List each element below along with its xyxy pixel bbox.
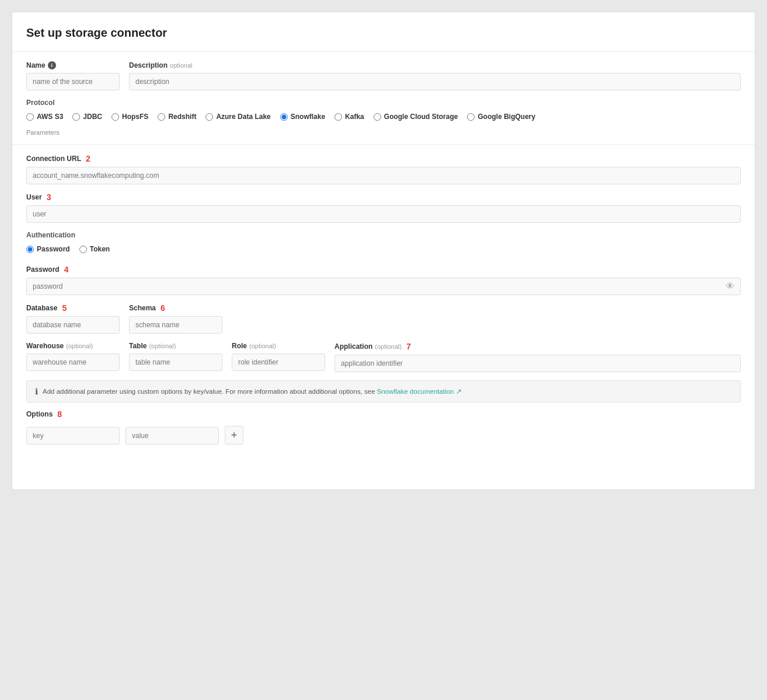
protocol-redshift-radio[interactable] (158, 113, 165, 121)
divider (12, 51, 755, 52)
protocol-aws-s3-radio[interactable] (26, 113, 34, 121)
name-input[interactable] (26, 73, 120, 90)
warehouse-input[interactable] (26, 354, 120, 371)
password-input[interactable] (26, 278, 741, 295)
description-label: Description optional (129, 61, 741, 69)
schema-input[interactable] (129, 316, 222, 334)
connection-url-label: Connection URL 2 (26, 154, 741, 163)
options-row: + (26, 426, 741, 444)
schema-group: Schema 6 (129, 303, 222, 334)
name-group: Name i (26, 61, 120, 90)
params-label: Parameters (26, 129, 741, 136)
main-card: Set up storage connector Name i Descript… (12, 12, 755, 490)
role-input[interactable] (232, 354, 325, 371)
user-label: User 3 (26, 192, 741, 202)
description-group: Description optional (129, 61, 741, 90)
warehouse-label: Warehouse (optional) (26, 342, 120, 350)
schema-label: Schema 6 (129, 303, 222, 313)
auth-token[interactable]: Token (79, 245, 110, 253)
role-label: Role (optional) (232, 342, 325, 350)
table-label: Table (optional) (129, 342, 222, 350)
options-group: Options 8 + (26, 410, 741, 444)
database-label: Database 5 (26, 303, 120, 313)
password-label: Password 4 (26, 265, 741, 274)
protocol-jdbc-radio[interactable] (72, 113, 80, 121)
protocol-azure-radio[interactable] (205, 113, 213, 121)
protocol-bigquery[interactable]: Google BigQuery (467, 113, 535, 121)
connection-url-group: Connection URL 2 (26, 154, 741, 184)
password-group: Password 4 👁 (26, 265, 741, 295)
snowflake-docs-link[interactable]: Snowflake documentation ↗ (377, 388, 462, 395)
auth-group: Authentication Password Token (26, 231, 741, 259)
table-group: Table (optional) (129, 342, 222, 371)
protocol-gcs[interactable]: Google Cloud Storage (374, 113, 458, 121)
protocol-azure[interactable]: Azure Data Lake (205, 113, 270, 121)
options-value-input[interactable] (125, 427, 219, 444)
protocol-hopsfs-radio[interactable] (111, 113, 119, 121)
warehouse-group: Warehouse (optional) (26, 342, 120, 371)
auth-password-radio[interactable] (26, 246, 34, 253)
options-key-input[interactable] (26, 427, 120, 444)
db-schema-row: Database 5 Schema 6 (26, 303, 741, 334)
protocol-aws-s3[interactable]: AWS S3 (26, 113, 63, 121)
user-input[interactable] (26, 205, 741, 223)
name-description-row: Name i Description optional (26, 61, 741, 90)
protocol-redshift[interactable]: Redshift (158, 113, 196, 121)
protocol-kafka-radio[interactable] (334, 113, 342, 121)
protocol-gcs-radio[interactable] (374, 113, 381, 121)
protocol-snowflake-radio[interactable] (280, 113, 288, 121)
user-group: User 3 (26, 192, 741, 223)
protocol-jdbc[interactable]: JDBC (72, 113, 102, 121)
auth-label: Authentication (26, 231, 741, 239)
info-text: Add additional parameter using custom op… (43, 387, 462, 396)
protocol-group: Protocol AWS S3 JDBC HopsFS Redshift (26, 99, 741, 142)
page-title: Set up storage connector (26, 26, 741, 40)
info-icon: ℹ (35, 387, 38, 396)
protocol-hopsfs[interactable]: HopsFS (111, 113, 148, 121)
password-wrapper: 👁 (26, 278, 741, 295)
role-group: Role (optional) (232, 342, 325, 371)
name-info-icon: i (48, 61, 56, 69)
auth-password[interactable]: Password (26, 245, 70, 253)
eye-icon[interactable]: 👁 (726, 281, 735, 292)
page-wrapper: Set up storage connector Name i Descript… (0, 0, 767, 700)
protocol-label: Protocol (26, 99, 741, 107)
database-group: Database 5 (26, 303, 120, 334)
info-box: ℹ Add additional parameter using custom … (26, 380, 741, 402)
auth-token-radio[interactable] (79, 246, 87, 253)
protocol-row: AWS S3 JDBC HopsFS Redshift Azure Data L… (26, 113, 741, 121)
divider2 (12, 144, 755, 145)
database-input[interactable] (26, 316, 120, 334)
application-label: Application (optional) 7 (334, 342, 741, 351)
name-label: Name i (26, 61, 120, 69)
options-label: Options 8 (26, 410, 741, 419)
connection-url-input[interactable] (26, 167, 741, 184)
application-input[interactable] (334, 355, 741, 372)
table-input[interactable] (129, 354, 222, 371)
description-input[interactable] (129, 73, 741, 90)
auth-row: Password Token (26, 245, 741, 253)
protocol-kafka[interactable]: Kafka (334, 113, 364, 121)
protocol-bigquery-radio[interactable] (467, 113, 475, 121)
optional-fields-row: Warehouse (optional) Table (optional) Ro… (26, 342, 741, 372)
application-group: Application (optional) 7 (334, 342, 741, 372)
add-option-button[interactable]: + (225, 426, 243, 444)
protocol-snowflake[interactable]: Snowflake (280, 113, 325, 121)
